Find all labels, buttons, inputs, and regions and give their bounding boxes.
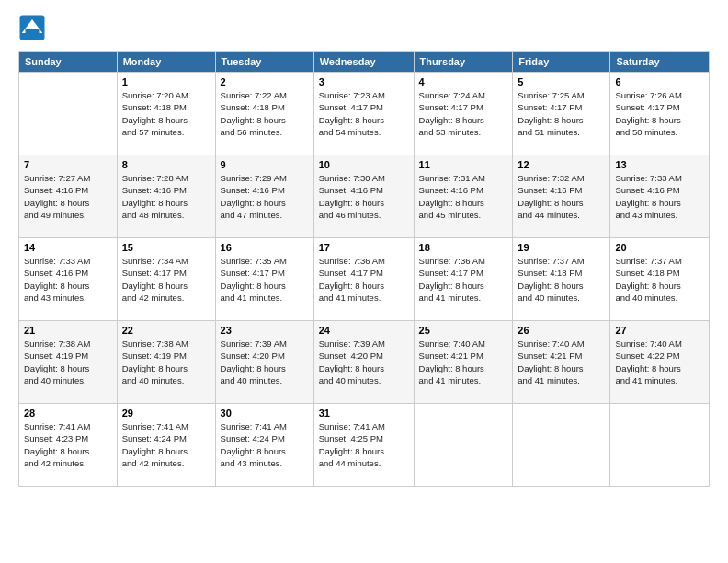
calendar-week-5: 28Sunrise: 7:41 AM Sunset: 4:23 PM Dayli… [19,404,710,487]
calendar-cell: 29Sunrise: 7:41 AM Sunset: 4:24 PM Dayli… [117,404,215,487]
day-info: Sunrise: 7:26 AM Sunset: 4:17 PM Dayligh… [615,89,704,138]
day-number: 22 [122,325,210,336]
day-info: Sunrise: 7:23 AM Sunset: 4:17 PM Dayligh… [319,89,409,138]
calendar-cell: 22Sunrise: 7:38 AM Sunset: 4:19 PM Dayli… [117,321,215,404]
calendar-cell: 4Sunrise: 7:24 AM Sunset: 4:17 PM Daylig… [414,73,513,155]
day-number: 8 [122,159,210,170]
calendar-cell: 31Sunrise: 7:41 AM Sunset: 4:25 PM Dayli… [313,404,414,487]
weekday-header-tuesday: Tuesday [215,52,313,73]
page: SundayMondayTuesdayWednesdayThursdayFrid… [0,0,728,563]
day-info: Sunrise: 7:36 AM Sunset: 4:17 PM Dayligh… [419,255,508,304]
weekday-header-saturday: Saturday [610,52,710,73]
day-info: Sunrise: 7:33 AM Sunset: 4:16 PM Dayligh… [615,172,704,221]
weekday-header-friday: Friday [513,52,610,73]
day-info: Sunrise: 7:29 AM Sunset: 4:16 PM Dayligh… [221,172,309,221]
day-number: 19 [518,242,605,253]
day-info: Sunrise: 7:41 AM Sunset: 4:24 PM Dayligh… [122,420,210,469]
calendar-cell: 21Sunrise: 7:38 AM Sunset: 4:19 PM Dayli… [19,321,118,404]
calendar-cell: 24Sunrise: 7:39 AM Sunset: 4:20 PM Dayli… [313,321,414,404]
day-number: 13 [615,159,704,170]
calendar-cell: 18Sunrise: 7:36 AM Sunset: 4:17 PM Dayli… [414,238,513,321]
calendar-cell: 6Sunrise: 7:26 AM Sunset: 4:17 PM Daylig… [610,73,710,155]
day-info: Sunrise: 7:35 AM Sunset: 4:17 PM Dayligh… [221,255,309,304]
calendar-cell [610,404,710,487]
day-number: 12 [518,159,605,170]
day-number: 17 [319,242,409,253]
day-number: 24 [319,325,409,336]
day-info: Sunrise: 7:25 AM Sunset: 4:17 PM Dayligh… [518,89,605,138]
day-number: 4 [419,76,508,87]
calendar-cell: 3Sunrise: 7:23 AM Sunset: 4:17 PM Daylig… [313,73,414,155]
calendar-cell: 25Sunrise: 7:40 AM Sunset: 4:21 PM Dayli… [414,321,513,404]
logo-icon [18,14,46,41]
calendar-cell: 26Sunrise: 7:40 AM Sunset: 4:21 PM Dayli… [513,321,610,404]
day-info: Sunrise: 7:34 AM Sunset: 4:17 PM Dayligh… [122,255,210,304]
day-number: 9 [221,159,309,170]
calendar-cell: 20Sunrise: 7:37 AM Sunset: 4:18 PM Dayli… [610,238,710,321]
day-info: Sunrise: 7:30 AM Sunset: 4:16 PM Dayligh… [319,172,409,221]
day-number: 31 [319,408,409,419]
calendar-cell: 23Sunrise: 7:39 AM Sunset: 4:20 PM Dayli… [215,321,313,404]
day-info: Sunrise: 7:37 AM Sunset: 4:18 PM Dayligh… [615,255,704,304]
calendar-cell: 12Sunrise: 7:32 AM Sunset: 4:16 PM Dayli… [513,155,610,238]
logo [18,14,50,41]
calendar-cell: 5Sunrise: 7:25 AM Sunset: 4:17 PM Daylig… [513,73,610,155]
day-info: Sunrise: 7:36 AM Sunset: 4:17 PM Dayligh… [319,255,409,304]
weekday-header-thursday: Thursday [414,52,513,73]
day-number: 11 [419,159,508,170]
day-number: 15 [122,242,210,253]
day-number: 20 [615,242,704,253]
calendar-cell: 1Sunrise: 7:20 AM Sunset: 4:18 PM Daylig… [117,73,215,155]
day-info: Sunrise: 7:37 AM Sunset: 4:18 PM Dayligh… [518,255,605,304]
calendar-cell: 27Sunrise: 7:40 AM Sunset: 4:22 PM Dayli… [610,321,710,404]
day-info: Sunrise: 7:33 AM Sunset: 4:16 PM Dayligh… [24,255,112,304]
day-number: 30 [221,408,309,419]
calendar-cell: 28Sunrise: 7:41 AM Sunset: 4:23 PM Dayli… [19,404,118,487]
calendar-cell: 19Sunrise: 7:37 AM Sunset: 4:18 PM Dayli… [513,238,610,321]
day-number: 14 [24,242,112,253]
calendar-cell: 17Sunrise: 7:36 AM Sunset: 4:17 PM Dayli… [313,238,414,321]
day-number: 5 [518,76,605,87]
day-number: 18 [419,242,508,253]
day-number: 26 [518,325,605,336]
day-info: Sunrise: 7:38 AM Sunset: 4:19 PM Dayligh… [24,338,112,386]
day-number: 10 [319,159,409,170]
day-info: Sunrise: 7:40 AM Sunset: 4:21 PM Dayligh… [518,338,605,386]
calendar-cell: 8Sunrise: 7:28 AM Sunset: 4:16 PM Daylig… [117,155,215,238]
day-info: Sunrise: 7:39 AM Sunset: 4:20 PM Dayligh… [319,338,409,386]
day-info: Sunrise: 7:41 AM Sunset: 4:23 PM Dayligh… [24,420,112,469]
calendar-cell: 7Sunrise: 7:27 AM Sunset: 4:16 PM Daylig… [19,155,118,238]
calendar-cell: 14Sunrise: 7:33 AM Sunset: 4:16 PM Dayli… [19,238,118,321]
calendar-cell: 30Sunrise: 7:41 AM Sunset: 4:24 PM Dayli… [215,404,313,487]
calendar-cell [414,404,513,487]
calendar-week-4: 21Sunrise: 7:38 AM Sunset: 4:19 PM Dayli… [19,321,710,404]
day-number: 7 [24,159,112,170]
calendar-cell: 15Sunrise: 7:34 AM Sunset: 4:17 PM Dayli… [117,238,215,321]
calendar-week-1: 1Sunrise: 7:20 AM Sunset: 4:18 PM Daylig… [19,73,710,155]
calendar-cell [19,73,118,155]
day-info: Sunrise: 7:28 AM Sunset: 4:16 PM Dayligh… [122,172,210,221]
calendar-cell: 16Sunrise: 7:35 AM Sunset: 4:17 PM Dayli… [215,238,313,321]
day-number: 2 [221,76,309,87]
day-number: 3 [319,76,409,87]
day-info: Sunrise: 7:40 AM Sunset: 4:21 PM Dayligh… [419,338,508,386]
calendar-table: SundayMondayTuesdayWednesdayThursdayFrid… [18,51,710,487]
day-number: 6 [615,76,704,87]
calendar-week-3: 14Sunrise: 7:33 AM Sunset: 4:16 PM Dayli… [19,238,710,321]
day-number: 23 [221,325,309,336]
calendar-cell: 13Sunrise: 7:33 AM Sunset: 4:16 PM Dayli… [610,155,710,238]
day-info: Sunrise: 7:40 AM Sunset: 4:22 PM Dayligh… [615,338,704,386]
header [18,14,710,41]
day-number: 25 [419,325,508,336]
calendar-cell [513,404,610,487]
day-info: Sunrise: 7:38 AM Sunset: 4:19 PM Dayligh… [122,338,210,386]
day-number: 21 [24,325,112,336]
day-number: 29 [122,408,210,419]
day-info: Sunrise: 7:41 AM Sunset: 4:24 PM Dayligh… [221,420,309,469]
calendar-header-row: SundayMondayTuesdayWednesdayThursdayFrid… [19,52,710,73]
calendar-cell: 2Sunrise: 7:22 AM Sunset: 4:18 PM Daylig… [215,73,313,155]
calendar-cell: 9Sunrise: 7:29 AM Sunset: 4:16 PM Daylig… [215,155,313,238]
day-info: Sunrise: 7:24 AM Sunset: 4:17 PM Dayligh… [419,89,508,138]
calendar-cell: 11Sunrise: 7:31 AM Sunset: 4:16 PM Dayli… [414,155,513,238]
day-number: 16 [221,242,309,253]
